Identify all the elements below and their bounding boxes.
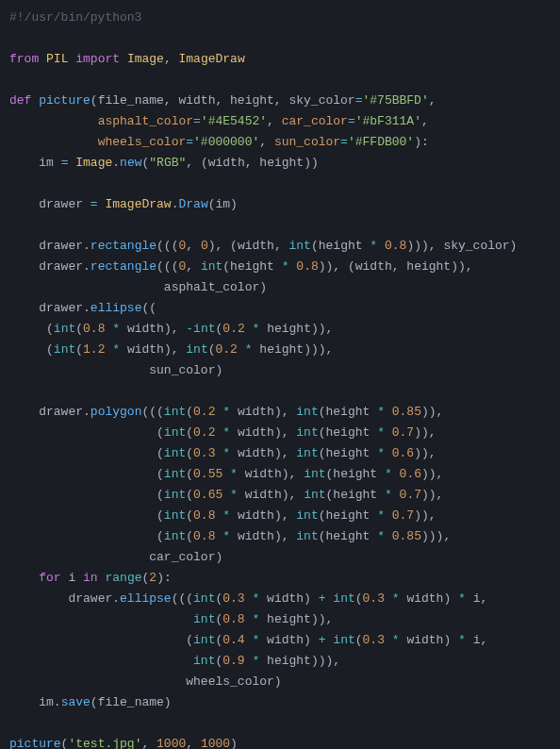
- eq3: =: [348, 114, 355, 128]
- eq: =: [355, 93, 363, 108]
- eq4: =: [186, 135, 193, 149]
- drawer4: drawer.: [39, 405, 91, 419]
- str-asph: '#4E5452': [201, 114, 267, 128]
- p-asph: asphalt_color: [98, 114, 193, 128]
- sun-color: sun_color): [149, 363, 222, 377]
- str-car: '#bF311A': [355, 114, 421, 128]
- fn-ellipse2: ellipse: [120, 591, 172, 606]
- var-i: i: [68, 571, 75, 585]
- fn-polygon: polygon: [91, 405, 142, 419]
- save-args: (file_name): [91, 695, 172, 709]
- eq2: =: [193, 114, 201, 128]
- call-picture: picture: [9, 737, 61, 749]
- mod-image: Image: [127, 52, 164, 66]
- r1-h: (height: [311, 239, 370, 253]
- drawer2: drawer.: [39, 259, 91, 274]
- image-cls: Image: [75, 156, 112, 170]
- fn-rect2: rectangle: [91, 259, 156, 274]
- im-assign: im: [39, 156, 60, 170]
- fn-picture: picture: [39, 93, 91, 108]
- str-sun: '#FFDB00': [348, 135, 414, 149]
- kw-def: def: [9, 93, 31, 108]
- kw-from: from: [9, 52, 39, 66]
- sig-open: (file_name, width, height, sky_color: [91, 93, 355, 108]
- kw-for: for: [39, 571, 60, 585]
- int1: int: [289, 239, 311, 253]
- r1-end: ))), sky_color): [406, 239, 517, 253]
- draw-args: (im): [208, 197, 238, 211]
- new-args: , (width, height)): [186, 156, 318, 170]
- p-sun: sun_color: [274, 135, 340, 149]
- fn-draw: Draw: [178, 197, 207, 211]
- mod-imagedraw: ImageDraw: [179, 52, 245, 66]
- imagedraw-cls: ImageDraw: [105, 197, 171, 211]
- fn-range: range: [105, 571, 141, 585]
- r1-open: (((: [156, 239, 178, 253]
- r2-end: )), (width, height)),: [319, 259, 473, 274]
- eq5: =: [340, 135, 348, 149]
- comma2: ,: [429, 93, 436, 108]
- drawer3: drawer.: [39, 301, 91, 315]
- kw-import: import: [75, 52, 120, 66]
- fn-rect1: rectangle: [91, 239, 156, 253]
- r2-asph: asphalt_color): [164, 280, 267, 294]
- code-block: #!/usr/bin/python3 from PIL import Image…: [9, 8, 551, 749]
- fn-new: new: [120, 156, 141, 170]
- str-test: 'test.jpg': [68, 737, 141, 749]
- e1-open: ((: [141, 301, 156, 315]
- p-wheels: wheels_color: [98, 135, 187, 149]
- drawer-assign: drawer: [39, 197, 91, 211]
- car-color: car_color): [149, 550, 222, 564]
- str-wh: '#000000': [193, 135, 259, 149]
- drawer5: drawer.: [68, 591, 120, 606]
- r1-mid: , (width,: [216, 239, 289, 253]
- str-sky: '#75BBFD': [363, 93, 429, 108]
- p-car: car_color: [282, 114, 348, 128]
- wheels-color: wheels_color): [186, 674, 281, 689]
- shebang: #!/usr/bin/python3: [9, 10, 141, 25]
- drawer1: drawer.: [39, 239, 91, 253]
- comma: ,: [164, 52, 179, 66]
- str-rgb: "RGB": [149, 156, 186, 170]
- kw-in: in: [83, 571, 98, 585]
- fn-save: save: [61, 695, 91, 709]
- mod-pil: PIL: [46, 52, 68, 66]
- fn-ellipse1: ellipse: [91, 301, 142, 315]
